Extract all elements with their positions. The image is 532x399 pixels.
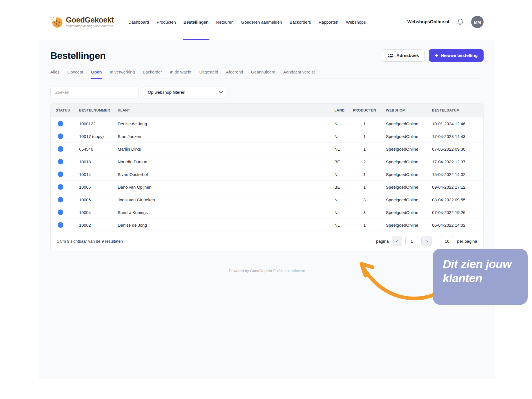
- nav-item-retouren[interactable]: Retouren: [216, 4, 234, 40]
- table-row[interactable]: 10004Sandra KoningsNL3SpeelgoedOnline07-…: [51, 206, 483, 219]
- cell-besteldatum: 09-04-2022 17:12: [427, 181, 483, 193]
- users-icon: [388, 53, 394, 58]
- cell-besteldatum: 15-04-2022 14:02: [427, 168, 483, 181]
- nav-item-bestellingen[interactable]: Bestellingen: [184, 4, 209, 40]
- cell-webshop: SpeelgoedOnline: [381, 117, 427, 130]
- table-row[interactable]: 10014Sivan OosterhofNL1SpeelgoedOnline15…: [51, 168, 483, 181]
- bell-icon[interactable]: [457, 18, 464, 26]
- status-dot: [58, 184, 63, 190]
- cell-land: NL: [329, 206, 348, 219]
- cell-producten: 1: [348, 219, 381, 231]
- per-page-input[interactable]: [440, 236, 454, 246]
- column-header-besteldatum: BESTELDATUM: [427, 104, 483, 117]
- callout-line2: klanten: [443, 271, 528, 285]
- pagination-label: pagina: [376, 239, 389, 244]
- cell-webshop: SpeelgoedOnline: [381, 219, 427, 231]
- cell-bestelnummer: 10018: [74, 155, 113, 168]
- tab-open[interactable]: Open: [91, 70, 102, 79]
- chevron-right-icon: >: [425, 239, 428, 244]
- search-input[interactable]: [50, 86, 138, 98]
- table-row[interactable]: 1000122Denise de JongNL1SpeelgoedOnline1…: [51, 117, 483, 130]
- chevron-left-icon: <: [396, 239, 398, 244]
- cell-land: NL: [329, 193, 348, 206]
- cell-land: BE: [329, 181, 348, 193]
- cell-bestelnummer: 1000122: [74, 117, 113, 130]
- tab-aandacht-vereist[interactable]: Aandacht vereist: [283, 70, 315, 79]
- column-header-klant: KLANT: [113, 104, 329, 117]
- orders-table-card: STATUSBESTELNUMMERKLANTLANDPRODUCTENWEBS…: [50, 103, 484, 251]
- cell-besteldatum: 17-04-2022 12:37: [427, 155, 483, 168]
- cell-webshop: SpeelgoedOnline: [381, 155, 427, 168]
- adresboek-button[interactable]: Adresboek: [382, 49, 425, 62]
- callout-bubble: Dit zien jouw klanten: [433, 249, 528, 305]
- cell-webshop: SpeelgoedOnline: [381, 206, 427, 219]
- column-header-land: LAND: [329, 104, 348, 117]
- table-row[interactable]: 10017 (copy)Stan JanzenNL1SpeelgoedOnlin…: [51, 130, 483, 143]
- logo[interactable]: GoedGekoekt fulfilmentoplossing voor ied…: [50, 4, 114, 40]
- table-footer: 1 t/m 9 zichtbaar van de 9 resultaten pa…: [51, 231, 483, 251]
- table-row[interactable]: 10018Nourdin DursunBE2SpeelgoedOnline17-…: [51, 155, 483, 168]
- tab-in-de-wacht[interactable]: In de wacht: [170, 70, 191, 79]
- plus-icon: +: [435, 53, 438, 58]
- tab-in-verwerking[interactable]: In verwerking: [110, 70, 135, 79]
- nav-item-dashboard[interactable]: Dashboard: [128, 4, 149, 40]
- status-dot: [58, 197, 63, 202]
- status-dot: [58, 222, 63, 228]
- new-order-label: Nieuwe bestelling: [441, 53, 478, 58]
- status-dot: [58, 133, 63, 139]
- cell-bestelnummer: 10017 (copy): [74, 130, 113, 143]
- cell-klant: Stan Janzen: [113, 130, 329, 143]
- cell-webshop: SpeelgoedOnline: [381, 130, 427, 143]
- page-content: Bestellingen Adresboek + Nieuwe best: [39, 49, 495, 273]
- cell-land: NL: [329, 130, 348, 143]
- cell-webshop: SpeelgoedOnline: [381, 168, 427, 181]
- logo-title: GoedGekoekt: [66, 16, 114, 24]
- logo-tagline: fulfilmentoplossing voor iedereen: [66, 24, 114, 28]
- table-body: 1000122Denise de JongNL1SpeelgoedOnline1…: [51, 117, 483, 231]
- tab-geannuleerd[interactable]: Geannuleerd: [251, 70, 276, 79]
- nav-item-rapporten[interactable]: Rapporten: [319, 4, 338, 40]
- pagination: pagina < > per pagina: [376, 236, 477, 246]
- avatar[interactable]: MM: [471, 16, 484, 28]
- column-header-producten: PRODUCTEN: [348, 104, 381, 117]
- tab-concept[interactable]: Concept: [68, 70, 83, 79]
- cell-producten: 3: [348, 193, 381, 206]
- table-row[interactable]: 10005Joost van GinnekenNL3SpeelgoedOnlin…: [51, 193, 483, 206]
- cell-producten: 1: [348, 168, 381, 181]
- cell-land: NL: [329, 219, 348, 231]
- webshop-filter-value: Op webshop filteren: [148, 90, 185, 95]
- account-name[interactable]: WebshopsOnline.nl: [407, 19, 449, 24]
- tab-alles[interactable]: Alles: [50, 70, 60, 79]
- tab-uitgesteld[interactable]: Uitgesteld: [199, 70, 218, 79]
- powered-by-text: Powered by GoedGepickt Fulfilment softwa…: [50, 269, 484, 273]
- tab-afgerond[interactable]: Afgerond: [226, 70, 243, 79]
- webshop-filter-select[interactable]: Op webshop filteren: [143, 86, 227, 98]
- table-row[interactable]: 10002Denise de JongNL1SpeelgoedOnline06-…: [51, 219, 483, 231]
- main-nav: DashboardProductenBestellingenRetourenGo…: [128, 4, 366, 40]
- nav-item-producten[interactable]: Producten: [157, 4, 176, 40]
- app-window: GoedGekoekt fulfilmentoplossing voor ied…: [39, 4, 495, 379]
- cell-besteldatum: 08-04-2022 09:55: [427, 193, 483, 206]
- status-dot: [58, 209, 63, 215]
- cell-klant: Sivan Oosterhof: [113, 168, 329, 181]
- table-row[interactable]: 654546Marlijn DirksNL1SpeelgoedOnline07-…: [51, 143, 483, 155]
- callout-line1: Dit zien jouw: [443, 257, 528, 271]
- table-row[interactable]: 10006Dano van OpijnenBE1SpeelgoedOnline0…: [51, 181, 483, 193]
- nav-item-backorders[interactable]: Backorders: [290, 4, 311, 40]
- page-number-input[interactable]: [405, 236, 418, 246]
- tab-backorder[interactable]: Backorder: [143, 70, 162, 79]
- table-header-row: STATUSBESTELNUMMERKLANTLANDPRODUCTENWEBS…: [51, 104, 483, 117]
- status-dot: [58, 171, 63, 177]
- chevron-down-icon: [219, 91, 223, 93]
- status-dot: [58, 159, 63, 164]
- cell-producten: 3: [348, 206, 381, 219]
- new-order-button[interactable]: + Nieuwe bestelling: [429, 49, 484, 62]
- cell-bestelnummer: 654546: [74, 143, 113, 155]
- cell-besteldatum: 07-06-2022 09:30: [427, 143, 483, 155]
- column-header-webshop: WEBSHOP: [381, 104, 427, 117]
- nav-item-webshops[interactable]: Webshops: [346, 4, 366, 40]
- nav-item-goederen-aanmelden[interactable]: Goederen aanmelden: [241, 4, 282, 40]
- cell-besteldatum: 10-01-2024 12:46: [427, 117, 483, 130]
- next-page-button[interactable]: >: [421, 236, 432, 246]
- prev-page-button[interactable]: <: [392, 236, 402, 246]
